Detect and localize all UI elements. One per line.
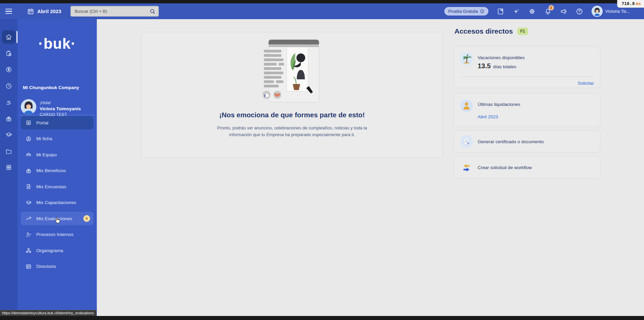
hotkey-badge: F1	[517, 28, 528, 35]
sidebar-item-mis-capacitaciones[interactable]: Mis Capacitaciones	[21, 196, 93, 209]
sidebar-item-label: Mis Beneficios	[36, 168, 66, 173]
payslip-period-link[interactable]: Abril 2023	[478, 114, 498, 119]
graduation-cap-icon	[26, 200, 32, 206]
hand-heart-icon	[5, 99, 12, 106]
encuestas-icon	[26, 184, 32, 190]
sidebar: ·buk· Mi Chungunbuk Company ¡Hola! Victo…	[17, 19, 97, 320]
sidebar-item-mis-beneficios[interactable]: Mis Beneficios	[21, 164, 93, 177]
performance-badge: 710.8ms	[617, 0, 644, 8]
sidebar-item-portal[interactable]: Portal	[21, 116, 93, 129]
notification-count-badge: 8	[549, 5, 554, 10]
help-button[interactable]	[576, 8, 583, 15]
sidebar-item-label: Directorio	[36, 264, 56, 269]
period-selector[interactable]: Abril 2023	[27, 8, 61, 15]
vacations-card: Vacaciones disponibles 13.5 días totales…	[454, 46, 600, 88]
gear-icon	[528, 8, 536, 15]
home-icon	[5, 34, 12, 40]
welcome-illustration	[261, 38, 323, 109]
sidebar-item-label: Mis Encuestas	[36, 184, 66, 189]
rail-item-folder[interactable]	[2, 145, 15, 158]
free-trial-label: Prueba Gratuita	[448, 9, 478, 14]
rail-item-gift[interactable]	[2, 112, 15, 125]
calendar-icon	[27, 8, 34, 15]
hamburger-menu-icon[interactable]	[5, 8, 14, 15]
rail-item-home[interactable]	[2, 30, 15, 44]
rail-item-graduation-cap[interactable]	[2, 128, 15, 142]
rail-item-dollar[interactable]	[2, 63, 15, 76]
ficha-icon	[26, 136, 32, 142]
announcements-button[interactable]	[560, 8, 567, 15]
welcome-card: ¡Nos emociona de que formes parte de est…	[141, 32, 443, 158]
rail-item-clipboard-clock[interactable]	[2, 47, 15, 60]
sidebar-item-label: Mi Equipo	[36, 152, 57, 157]
evaluaciones-icon	[26, 215, 32, 222]
sidebar-menu: PortalMi fichaMi EquipoMis BeneficiosMis…	[21, 116, 93, 273]
window-bottom-strip	[0, 316, 644, 320]
info-icon	[480, 9, 484, 13]
vacations-label: Vacaciones disponibles	[478, 55, 525, 60]
vacations-unit: días totales	[493, 64, 516, 69]
free-trial-badge[interactable]: Prueba Gratuita	[444, 7, 488, 15]
rail-item-archive[interactable]	[2, 161, 15, 174]
equipo-icon	[26, 152, 32, 158]
rail-item-hand-heart[interactable]	[2, 95, 15, 109]
portal-icon	[26, 120, 32, 126]
request-vacation-link[interactable]: Solicitar	[578, 81, 594, 86]
sidebar-item-label: Organigrama	[36, 248, 63, 253]
book-icon	[497, 8, 504, 15]
rail-item-clock[interactable]	[2, 79, 15, 93]
search-icon[interactable]	[149, 8, 156, 14]
sidebar-item-mis-evaluaciones[interactable]: Mis Evaluaciones6	[21, 212, 93, 225]
certificate-document-icon	[460, 135, 473, 148]
payslips-card: Últimas liquidaciones Abril 2023	[454, 93, 600, 127]
avatar	[592, 6, 603, 17]
module-rail	[0, 19, 17, 320]
topbar: Abril 2023 Prueba Gratuita 8	[0, 3, 644, 19]
folder-icon	[5, 148, 12, 155]
sidebar-item-organigrama[interactable]: Organigrama	[21, 244, 93, 257]
main-content: ¡Nos emociona de que formes parte de est…	[97, 19, 644, 320]
window-top-strip	[0, 0, 644, 3]
clipboard-clock-icon	[5, 50, 12, 57]
palm-tree-icon	[460, 52, 473, 65]
sidebar-item-mis-encuestas[interactable]: Mis Encuestas	[21, 180, 93, 193]
workflow-label: Crear solicitud de workflow	[478, 165, 532, 170]
user-name-label: Victoria Tsi...	[605, 9, 630, 14]
greeting: ¡Hola!	[40, 100, 86, 106]
welcome-body-line2: información que tu Empresa ha preparado …	[142, 131, 443, 138]
link-preview-statusbar: https://demotalentoycultura.buk.cl/talen…	[0, 310, 96, 316]
sidebar-item-label: Portal	[36, 120, 48, 125]
graduation-cap-icon	[5, 131, 12, 138]
search-input[interactable]	[75, 9, 149, 14]
period-label: Abril 2023	[37, 9, 61, 14]
performance-unit: ms	[636, 1, 641, 6]
sidebar-item-procesos-internos[interactable]: Procesos Internos	[21, 228, 93, 241]
dollar-icon	[5, 66, 12, 73]
certificate-card[interactable]: Generar certificado o documento	[454, 130, 600, 153]
gift-icon	[5, 115, 12, 122]
workflow-card[interactable]: Crear solicitud de workflow	[454, 156, 600, 179]
bookmark-book-button[interactable]	[497, 8, 504, 15]
gift-icon	[26, 168, 32, 174]
notifications-button[interactable]: 8	[544, 8, 552, 15]
pending-count-badge: 6	[83, 215, 90, 222]
buk-logo[interactable]: ·buk·	[17, 35, 97, 52]
clock-icon	[5, 83, 12, 89]
welcome-body: Pronto, podrás ver anuncios, celebracion…	[142, 125, 443, 138]
procesos-icon	[26, 232, 32, 238]
archive-icon	[5, 164, 12, 171]
megaphone-icon	[560, 8, 567, 15]
sidebar-item-label: Procesos Internos	[36, 232, 74, 237]
performance-value: 710.8	[621, 1, 635, 6]
settings-button[interactable]	[528, 8, 536, 15]
sidebar-item-label: Mis Capacitaciones	[36, 200, 76, 205]
divider	[20, 115, 94, 115]
sidebar-item-directorio[interactable]: Directorio	[21, 260, 93, 273]
avatar	[21, 99, 36, 115]
sidebar-item-mi-ficha[interactable]: Mi ficha	[21, 132, 93, 146]
sidebar-item-mi-equipo[interactable]: Mi Equipo	[21, 148, 93, 161]
search-box[interactable]	[71, 6, 159, 16]
payslips-label: Últimas liquidaciones	[478, 102, 520, 107]
assistant-button[interactable]	[513, 8, 520, 15]
sidebar-item-label: Mis Evaluaciones	[36, 216, 72, 221]
